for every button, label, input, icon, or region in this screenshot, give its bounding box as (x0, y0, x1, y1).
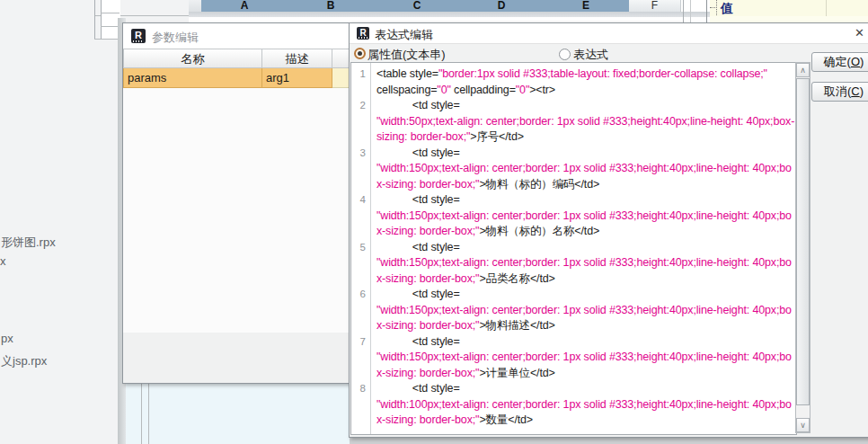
app-logo-icon: R (357, 27, 369, 40)
line-number (351, 114, 371, 130)
ok-button-mnemonic: O (851, 55, 860, 68)
divider (94, 0, 95, 39)
radio-expression-label[interactable]: 表达式 (573, 47, 608, 63)
code-row: 3 <td style= (351, 146, 796, 162)
code-row: sizing: border-box;">序号</td> (351, 129, 796, 146)
line-number (351, 83, 371, 99)
line-number: 6 (351, 287, 371, 303)
code-text: sizing: border-box;">序号</td> (371, 129, 796, 146)
code-row: x-sizing: border-box;">品类名称</td> (351, 271, 796, 288)
code-row: 5 <td style= (351, 240, 796, 256)
param-dialog-title: 参数编辑 (152, 30, 199, 46)
code-rows: 1<table style="border:1px solid #333;tab… (351, 63, 796, 434)
code-row: x-sizing: border-box;">物料（标的）名称</td> (351, 224, 796, 240)
close-icon[interactable]: ✕ (855, 27, 864, 39)
line-number (351, 413, 371, 429)
column-header-E[interactable]: E (543, 0, 630, 12)
file-list-item[interactable]: 义jsp.rpx (1, 353, 47, 369)
radio-property-value[interactable] (354, 48, 366, 59)
scroll-down-button[interactable]: ∨ (796, 418, 810, 432)
ok-button[interactable]: 确定(O) (811, 52, 868, 72)
cancel-button-label: 取消( (824, 84, 851, 98)
param-col-header: 描述 (262, 49, 332, 68)
expr-dialog-title: 表达式编辑 (375, 27, 433, 43)
value-panel-label: 值 (721, 1, 733, 16)
file-list-item[interactable]: 形饼图.rpx (1, 235, 56, 251)
expression-code-editor[interactable]: 1<table style="border:1px solid #333;tab… (350, 62, 797, 435)
column-header-F[interactable]: F (629, 0, 681, 12)
editor-scrollbar[interactable]: ∧ ∨ (795, 62, 810, 433)
column-header-C[interactable]: C (374, 0, 461, 12)
code-row: 4 <td style= (351, 192, 796, 209)
code-text: cellspacing="0" cellpadding="0"><tr> (371, 83, 796, 99)
line-number: 2 (351, 98, 371, 114)
code-text: <td style= (371, 146, 796, 162)
code-row: x-sizing: border-box;">数量</td> (351, 413, 796, 429)
column-header-A[interactable]: A (201, 0, 288, 12)
code-row: "width:150px;text-align: center;border: … (351, 255, 796, 271)
divider (683, 0, 684, 22)
code-row: 1<table style="border:1px solid #333;tab… (351, 67, 796, 83)
background-strip (350, 438, 868, 444)
line-number (351, 350, 371, 366)
app-logo-icon: R (131, 29, 146, 43)
code-row: 6 <td style= (351, 287, 796, 303)
line-number: 3 (351, 146, 371, 162)
code-row: "width:100px;text-align: center;border: … (351, 397, 796, 413)
file-list-item[interactable]: x (0, 254, 6, 268)
code-row: 7 <td style= (351, 334, 796, 351)
scroll-up-button[interactable]: ∧ (796, 63, 810, 77)
radio-expression[interactable] (559, 49, 571, 60)
line-number (351, 177, 371, 193)
code-text: <td style= (371, 287, 796, 303)
code-row: 2 <td style= (351, 98, 796, 114)
line-number (351, 366, 371, 382)
grid-line (141, 384, 142, 444)
ok-button-label-end: ) (860, 55, 864, 68)
param-desc-cell[interactable]: arg1 (262, 68, 332, 88)
ok-button-label: 确定( (824, 55, 851, 68)
file-list-item[interactable]: px (1, 332, 13, 345)
radio-property-value-label[interactable]: 属性值(文本串) (368, 47, 446, 63)
code-row: x-sizing: border-box;">物料描述</td> (351, 318, 796, 334)
divider (94, 39, 120, 40)
line-number (351, 129, 371, 146)
code-text: <td style= (371, 240, 796, 256)
column-header-D[interactable]: D (460, 0, 544, 12)
code-text: x-sizing: border-box;">物料（标的）名称</td> (371, 224, 796, 240)
divider (690, 0, 691, 22)
line-number: 7 (351, 334, 371, 351)
line-number (351, 224, 371, 240)
app-canvas: ABCDEF 值 形饼图.rpxxpx义jsp.rpx R 参数编辑 名称描述 … (0, 0, 868, 444)
param-col-header: 名称 (123, 49, 262, 68)
param-name-cell[interactable]: params (123, 68, 262, 88)
value-panel-row[interactable]: 值 (710, 0, 868, 17)
line-number (351, 255, 371, 271)
report-canvas-area[interactable] (126, 384, 350, 444)
line-number: 5 (351, 240, 371, 256)
value-panel-row2 (710, 16, 868, 22)
code-text: <table style="border:1px solid #333;tabl… (371, 67, 796, 83)
column-header-B[interactable]: B (288, 0, 375, 12)
line-number: 4 (351, 192, 371, 209)
line-number (351, 209, 371, 225)
code-text: x-sizing: border-box;">计量单位</td> (371, 366, 796, 382)
divider (101, 26, 120, 27)
code-row: "width:50px;text-align: center;border: 1… (351, 114, 796, 130)
cancel-button[interactable]: 取消(C) (811, 82, 868, 102)
panel-cell-border (826, 0, 827, 16)
code-text: <td style= (371, 192, 796, 209)
scrollbar-thumb[interactable] (796, 78, 810, 405)
code-row: "width:150px;text-align: center;border: … (351, 161, 796, 177)
code-text: "width:150px;text-align: center;border: … (371, 350, 796, 366)
cancel-button-label-end: ) (860, 84, 864, 98)
line-number (351, 303, 371, 319)
line-number: 1 (351, 67, 371, 83)
grid-line (148, 384, 149, 444)
sheet-header-band (189, 12, 710, 17)
line-number (351, 161, 371, 177)
code-text: <td style= (371, 381, 796, 397)
expr-dialog-titlebar[interactable]: R 表达式编辑 ✕ (350, 23, 868, 44)
line-number (351, 397, 371, 413)
code-text: x-sizing: border-box;">数量</td> (371, 413, 796, 429)
